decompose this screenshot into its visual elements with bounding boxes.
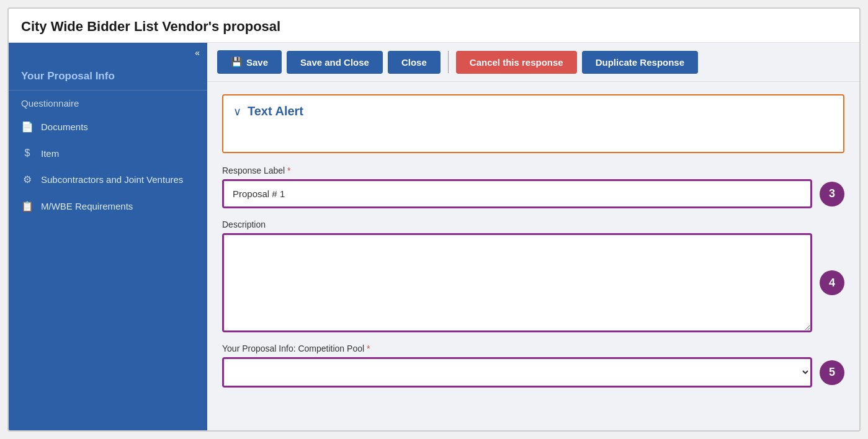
description-textarea[interactable] xyxy=(222,233,812,332)
sidebar-item-item-label: Item xyxy=(41,148,59,159)
description-label: Description xyxy=(222,220,844,229)
sidebar-item-subcontractors[interactable]: ⚙ Subcontractors and Joint Ventures xyxy=(9,166,207,193)
competition-pool-select[interactable] xyxy=(222,357,812,388)
save-label: Save xyxy=(246,57,268,68)
sidebar-your-proposal[interactable]: Your Proposal Info xyxy=(9,63,207,91)
documents-icon: 📄 xyxy=(21,121,34,133)
response-label-required-star: * xyxy=(285,166,290,175)
sidebar-item-documents[interactable]: 📄 Documents xyxy=(9,113,207,140)
alert-chevron-icon: ∨ xyxy=(233,105,241,118)
close-button[interactable]: Close xyxy=(388,51,441,74)
sidebar-collapse-btn[interactable]: « xyxy=(9,43,207,63)
content-scroll: ∨ Text Alert Response Label * 3 xyxy=(207,82,859,430)
response-label-label: Response Label * xyxy=(222,166,844,175)
text-alert-section: ∨ Text Alert xyxy=(222,94,844,153)
alert-title: Text Alert xyxy=(248,104,303,118)
page-title: City Wide Bidder List Vendor's proposal xyxy=(21,19,847,35)
main-area: « Your Proposal Info Questionnaire 📄 Doc… xyxy=(9,43,859,430)
mwbe-icon: 📋 xyxy=(21,200,34,212)
response-label-input[interactable] xyxy=(222,179,812,208)
text-alert-header[interactable]: ∨ Text Alert xyxy=(223,95,843,127)
save-icon: 💾 xyxy=(231,56,243,68)
sidebar-item-subcontractors-label: Subcontractors and Joint Ventures xyxy=(41,174,183,185)
alert-body xyxy=(223,127,843,152)
competition-pool-required-star: * xyxy=(364,344,370,353)
description-group: Description 4 xyxy=(222,220,844,332)
cancel-response-button[interactable]: Cancel this response xyxy=(456,51,577,74)
item-icon: $ xyxy=(21,148,34,159)
sidebar-item-documents-label: Documents xyxy=(41,122,88,132)
response-label-group: Response Label * 3 xyxy=(222,166,844,208)
step-badge-3: 3 xyxy=(820,182,844,206)
sidebar-item-mwbe[interactable]: 📋 M/WBE Requirements xyxy=(9,193,207,220)
sidebar-questionnaire-label: Questionnaire xyxy=(9,91,207,113)
step-badge-5: 5 xyxy=(820,360,844,385)
subcontractors-icon: ⚙ xyxy=(21,174,34,185)
step-badge-4: 4 xyxy=(820,270,844,295)
sidebar: « Your Proposal Info Questionnaire 📄 Doc… xyxy=(9,43,207,430)
save-button[interactable]: 💾 Save xyxy=(217,50,282,74)
competition-pool-row: 5 xyxy=(222,357,844,388)
description-row: 4 xyxy=(222,233,844,332)
title-bar: City Wide Bidder List Vendor's proposal xyxy=(9,9,859,43)
response-label-row: 3 xyxy=(222,179,844,208)
duplicate-response-button[interactable]: Duplicate Response xyxy=(582,51,698,74)
content-area: 💾 Save Save and Close Close Cancel this … xyxy=(207,43,859,430)
competition-pool-label: Your Proposal Info: Competition Pool * xyxy=(222,344,844,353)
sidebar-item-mwbe-label: M/WBE Requirements xyxy=(41,201,133,211)
toolbar-divider xyxy=(448,51,449,73)
collapse-icon[interactable]: « xyxy=(195,48,200,58)
competition-pool-group: Your Proposal Info: Competition Pool * 5 xyxy=(222,344,844,388)
save-close-button[interactable]: Save and Close xyxy=(287,51,383,74)
sidebar-item-item[interactable]: $ Item xyxy=(9,140,207,166)
toolbar: 💾 Save Save and Close Close Cancel this … xyxy=(207,43,859,82)
